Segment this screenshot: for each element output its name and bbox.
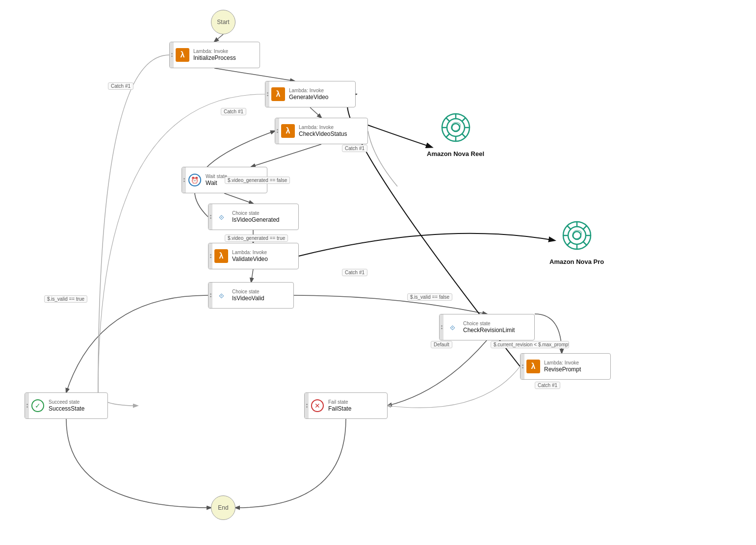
node-name: ValidateVideo xyxy=(232,256,268,263)
svg-point-19 xyxy=(568,227,586,244)
node-type: Choice state xyxy=(232,288,264,295)
node-stripe xyxy=(25,393,29,418)
node-content: Fail state FailState xyxy=(326,393,355,418)
svg-line-3 xyxy=(251,144,321,167)
node-name: CheckRevisionLimit xyxy=(463,327,515,335)
wait-icon: ⏰ xyxy=(186,167,204,193)
node-type: Fail state xyxy=(328,399,351,405)
amazon-nova-pro: Amazon Nova Pro xyxy=(549,216,604,265)
success-state-node[interactable]: ✓ Succeed state SuccessState xyxy=(25,392,108,419)
check-revision-limit-node[interactable]: ⟐ Choice state CheckRevisionLimit xyxy=(439,314,535,340)
node-type: Choice state xyxy=(232,210,280,216)
node-stripe xyxy=(209,243,212,269)
catch1-init-label: Catch #1 xyxy=(108,82,133,90)
is-video-valid-node[interactable]: ⟐ Choice state IsVideoValid xyxy=(208,282,294,309)
node-stripe xyxy=(275,118,279,144)
validate-video-node[interactable]: λ Lambda: Invoke ValidateVideo xyxy=(208,243,299,269)
fail-state-node[interactable]: ✕ Fail state FailState xyxy=(304,392,388,419)
node-stripe xyxy=(265,81,269,107)
node-content: Lambda: Invoke InitializeProcess xyxy=(191,42,240,68)
default-label: Default xyxy=(431,341,452,348)
lambda-icon: λ xyxy=(524,354,542,379)
node-content: Lambda: Invoke ValidateVideo xyxy=(230,243,272,269)
nova-reel-label: Amazon Nova Reel xyxy=(427,150,484,157)
check-video-status-node[interactable]: λ Lambda: Invoke CheckVideoStatus xyxy=(275,118,368,144)
catch1-check-label: Catch #1 xyxy=(342,145,367,152)
node-stripe xyxy=(521,354,524,379)
choice-icon: ⟐ xyxy=(212,283,230,308)
fail-icon: ✕ xyxy=(309,393,326,418)
choice-icon: ⟐ xyxy=(443,314,461,340)
lambda-icon: λ xyxy=(174,42,191,68)
nova-pro-svg xyxy=(557,216,597,255)
node-stripe xyxy=(209,204,212,230)
start-label: Start xyxy=(217,19,229,26)
svg-line-4 xyxy=(224,193,253,204)
generate-video-node[interactable]: λ Lambda: Invoke GenerateVideo xyxy=(265,81,356,107)
svg-line-6 xyxy=(251,269,253,282)
catch1-validate-label: Catch #1 xyxy=(342,269,367,276)
svg-line-26 xyxy=(583,242,587,245)
node-name: IsVideoValid xyxy=(232,295,264,303)
amazon-nova-reel: Amazon Nova Reel xyxy=(427,108,484,157)
node-type: Lambda: Invoke xyxy=(299,124,347,130)
end-node: End xyxy=(211,495,235,520)
current-revision-label: $.current_revision < $.max_prompt_revis.… xyxy=(491,341,569,348)
svg-line-1 xyxy=(214,68,294,81)
svg-line-15 xyxy=(462,134,466,137)
video-not-generated-label: $.video_generated == false xyxy=(225,177,290,184)
node-content: Lambda: Invoke CheckVideoStatus xyxy=(297,118,351,144)
node-content: Lambda: Invoke GenerateVideo xyxy=(287,81,333,107)
svg-point-8 xyxy=(447,119,465,136)
node-type: Lambda: Invoke xyxy=(193,48,236,54)
choice-icon: ⟐ xyxy=(212,204,230,230)
svg-line-2 xyxy=(310,107,321,118)
node-type: Lambda: Invoke xyxy=(232,249,268,256)
node-content: Choice state IsVideoGenerated xyxy=(230,204,284,230)
svg-line-0 xyxy=(214,34,223,42)
svg-line-28 xyxy=(567,242,571,245)
node-stripe xyxy=(440,314,443,340)
node-content: Lambda: Invoke RevisePrompt xyxy=(542,354,585,379)
node-name: SuccessState xyxy=(49,405,84,413)
workflow-canvas: Start λ Lambda: Invoke InitializeProcess… xyxy=(0,0,756,545)
start-node: Start xyxy=(211,10,235,34)
svg-line-27 xyxy=(583,226,587,229)
svg-line-16 xyxy=(462,118,466,121)
svg-line-14 xyxy=(446,118,449,121)
node-type: Lambda: Invoke xyxy=(289,87,329,94)
lambda-icon: λ xyxy=(269,81,287,107)
node-stripe xyxy=(170,42,174,68)
video-generated-label: $.video_generated == true xyxy=(225,234,288,242)
revise-prompt-node[interactable]: λ Lambda: Invoke RevisePrompt xyxy=(520,353,611,380)
node-stripe xyxy=(182,167,186,193)
initialize-process-node[interactable]: λ Lambda: Invoke InitializeProcess xyxy=(169,42,260,68)
lambda-icon: λ xyxy=(279,118,297,144)
node-content: Choice state CheckRevisionLimit xyxy=(461,314,519,340)
is-valid-true-label: $.is_valid == true xyxy=(44,295,87,303)
node-name: GenerateVideo xyxy=(289,94,329,102)
node-type: Succeed state xyxy=(49,399,84,405)
node-name: CheckVideoStatus xyxy=(299,130,347,138)
node-name: RevisePrompt xyxy=(544,366,581,374)
is-video-generated-node[interactable]: ⟐ Choice state IsVideoGenerated xyxy=(208,204,299,230)
node-name: InitializeProcess xyxy=(193,54,236,62)
catch1-revise-label: Catch #1 xyxy=(535,382,560,389)
lambda-icon: λ xyxy=(212,243,230,269)
node-content: Choice state IsVideoValid xyxy=(230,283,268,308)
node-stripe xyxy=(305,393,309,418)
node-type: Wait state xyxy=(206,173,227,180)
node-name: Wait xyxy=(206,180,227,187)
node-type: Choice state xyxy=(463,320,515,327)
end-label: End xyxy=(218,504,228,511)
node-stripe xyxy=(209,283,212,308)
nova-reel-svg xyxy=(436,108,475,147)
node-content: Succeed state SuccessState xyxy=(47,393,88,418)
catch1-generate-label: Catch #1 xyxy=(221,108,246,115)
node-name: FailState xyxy=(328,405,351,413)
connections-layer xyxy=(0,0,756,545)
svg-line-25 xyxy=(567,226,571,229)
is-valid-false-label: $.is_valid == false xyxy=(407,293,452,301)
svg-line-17 xyxy=(446,134,449,137)
node-type: Lambda: Invoke xyxy=(544,360,581,366)
